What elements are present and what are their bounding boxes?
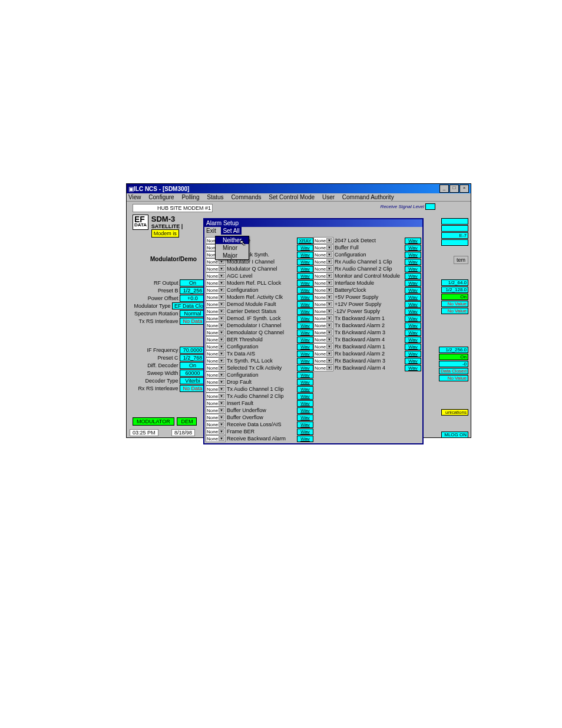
alarm-select[interactable]: None: [313, 350, 333, 357]
alarm-select[interactable]: None: [206, 343, 226, 350]
field-value[interactable]: Normal: [180, 310, 206, 317]
alarm-select[interactable]: None: [313, 237, 333, 244]
alarm-select[interactable]: None: [313, 308, 333, 315]
alarm-select[interactable]: None: [313, 265, 333, 272]
alarm-select[interactable]: None: [313, 336, 333, 343]
menu-polling[interactable]: Polling: [181, 194, 199, 200]
alarm-select[interactable]: None: [206, 364, 226, 371]
wav-button[interactable]: Wav: [297, 372, 313, 378]
field-value[interactable]: On: [180, 362, 206, 369]
alarm-select[interactable]: None: [313, 272, 333, 279]
wav-button[interactable]: Wav: [297, 386, 313, 393]
wav-button[interactable]: Wav: [297, 287, 313, 294]
alarm-select[interactable]: None: [206, 421, 226, 428]
alarm-select[interactable]: None: [206, 414, 226, 421]
wav-button[interactable]: Wav: [405, 259, 421, 265]
alarm-select[interactable]: None: [313, 364, 333, 371]
alarm-select[interactable]: None: [206, 386, 226, 393]
wav-button[interactable]: Wav: [297, 266, 313, 272]
alarm-select[interactable]: None: [313, 357, 333, 364]
alarm-select[interactable]: None: [206, 294, 226, 301]
field-value[interactable]: No Data: [180, 385, 206, 392]
alarm-select[interactable]: None: [206, 393, 226, 400]
alarm-select[interactable]: None: [313, 286, 333, 294]
alarm-select[interactable]: None: [313, 329, 333, 336]
wav-button[interactable]: Wav: [405, 344, 421, 350]
alarm-select[interactable]: None: [313, 258, 333, 265]
wav-button[interactable]: Wav: [297, 344, 313, 350]
field-value[interactable]: +0.0: [180, 295, 206, 302]
wav-button[interactable]: Wav: [297, 273, 313, 279]
wav-button[interactable]: Wav: [297, 379, 313, 386]
alarm-select[interactable]: None: [206, 279, 226, 286]
wav-button[interactable]: Wav: [297, 245, 313, 251]
wav-button[interactable]: Wav: [297, 337, 313, 343]
alarm-select[interactable]: None: [313, 301, 333, 308]
close-button[interactable]: ×: [459, 185, 469, 193]
alarm-select[interactable]: None: [206, 428, 226, 435]
wav-button[interactable]: Wav: [405, 358, 421, 364]
wav-button[interactable]: Wav: [405, 315, 421, 322]
wav-button[interactable]: Wav: [297, 294, 313, 301]
dropdown-major[interactable]: Major: [216, 252, 249, 259]
wav-button[interactable]: Wav: [405, 330, 421, 336]
alarm-setall[interactable]: Set All: [221, 227, 241, 235]
alarm-select[interactable]: None: [313, 322, 333, 329]
alarm-select[interactable]: None: [206, 322, 226, 329]
wav-button[interactable]: Wav: [297, 301, 313, 308]
alarm-select[interactable]: None: [206, 407, 226, 414]
modulator-button[interactable]: MODULATOR: [133, 417, 174, 426]
wav-button[interactable]: Wav: [297, 358, 313, 364]
wav-button[interactable]: Wav: [297, 400, 313, 407]
alarm-select[interactable]: None: [206, 350, 226, 357]
demodulator-button[interactable]: DEM: [177, 417, 197, 426]
alarm-select[interactable]: None: [313, 251, 333, 258]
wav-button[interactable]: Wav: [405, 245, 421, 251]
alarm-select[interactable]: None: [206, 378, 226, 386]
alarm-select[interactable]: None: [313, 244, 333, 251]
wav-button[interactable]: Wav: [297, 252, 313, 258]
wav-button[interactable]: Wav: [405, 351, 421, 357]
maximize-button[interactable]: □: [449, 185, 459, 193]
setall-dropdown[interactable]: Neither Minor Major: [215, 236, 249, 260]
alarm-select[interactable]: None: [206, 336, 226, 343]
menu-setcontrol[interactable]: Set Control Mode: [269, 194, 315, 200]
alarm-select[interactable]: None: [313, 294, 333, 301]
menu-commandauth[interactable]: Command Authority: [342, 194, 394, 200]
wav-button[interactable]: Wav: [297, 421, 313, 428]
menu-commands[interactable]: Commands: [231, 194, 261, 200]
field-value[interactable]: 60000: [180, 370, 206, 377]
field-value[interactable]: On: [180, 279, 206, 286]
minimize-button[interactable]: _: [439, 185, 449, 193]
dropdown-neither[interactable]: Neither: [216, 236, 249, 244]
alarm-select[interactable]: None: [313, 279, 333, 286]
wav-button[interactable]: Wav: [405, 287, 421, 294]
field-value[interactable]: 70.0000: [180, 347, 206, 354]
alarm-select[interactable]: None: [206, 308, 226, 315]
wav-button[interactable]: Wav: [297, 414, 313, 421]
wav-button[interactable]: Wav: [405, 294, 421, 301]
wav-button[interactable]: Wav: [297, 429, 313, 435]
alarm-exit[interactable]: Exit: [206, 228, 216, 234]
field-value[interactable]: Viterbi: [180, 377, 206, 384]
menu-status[interactable]: Status: [207, 194, 223, 200]
alarm-select[interactable]: None: [206, 371, 226, 378]
wav-button[interactable]: Wav: [297, 351, 313, 357]
wav-button[interactable]: Wav: [297, 407, 313, 414]
wav-button[interactable]: Wav: [297, 322, 313, 329]
wav-button[interactable]: Wav: [405, 308, 421, 315]
alarm-select[interactable]: None: [313, 315, 333, 322]
alarm-select[interactable]: None: [206, 400, 226, 407]
wav-button[interactable]: Wav: [405, 238, 421, 244]
dropdown-minor[interactable]: Minor: [216, 244, 249, 252]
alarm-select[interactable]: None: [206, 265, 226, 272]
wav-button[interactable]: Wav: [405, 252, 421, 258]
field-value[interactable]: EF Data Clo: [172, 302, 206, 309]
wav-button[interactable]: Wav: [405, 273, 421, 279]
wav-button[interactable]: Wav: [405, 301, 421, 308]
wav-button[interactable]: Wav: [297, 315, 313, 322]
wav-button[interactable]: Wav: [297, 330, 313, 336]
field-value[interactable]: 1/2_768: [180, 354, 206, 361]
alarm-select[interactable]: None: [206, 315, 226, 322]
wav-button[interactable]: Wav: [297, 280, 313, 286]
